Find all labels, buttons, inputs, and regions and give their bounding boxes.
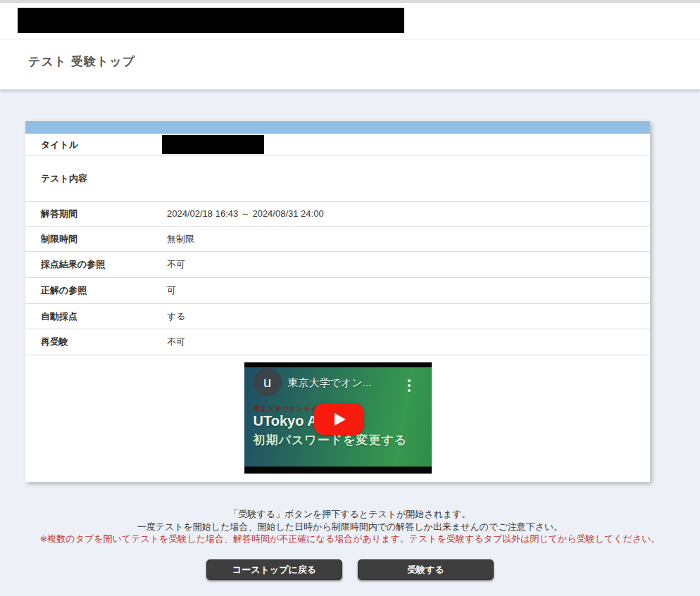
row-label: 制限時間 [25, 233, 167, 246]
table-row-answers-reference: 正解の参照 可 [25, 278, 650, 304]
table-row-auto-grading: 自動採点 する [25, 304, 650, 329]
row-value: 無制限 [167, 233, 650, 246]
redacted-test-title [162, 135, 264, 154]
row-value [167, 135, 650, 154]
back-to-course-top-button[interactable]: コーストップに戻る [206, 559, 342, 580]
table-row-test-content: テスト内容 [25, 156, 650, 202]
table-row-time-limit: 制限時間 無制限 [25, 227, 650, 252]
header-divider [0, 39, 700, 39]
test-info-card: タイトル テスト内容 解答期間 2024/02/18 16:43 ～ 2024/… [25, 121, 650, 482]
row-label: 自動採点 [25, 310, 167, 323]
note-line-1: 「受験する」ボタンを押下するとテストが開始されます。 [0, 508, 700, 521]
table-header-bar [25, 121, 650, 134]
channel-avatar[interactable]: u [254, 368, 282, 396]
video-letterbox-top [244, 362, 432, 367]
row-value: 不可 [167, 336, 650, 348]
row-label: タイトル [25, 139, 167, 151]
table-row-retake: 再受験 不可 [25, 329, 650, 355]
instruction-notes: 「受験する」ボタンを押下するとテストが開始されます。 一度テストを開始した場合、… [0, 508, 700, 545]
action-button-row: コーストップに戻る 受験する [0, 559, 700, 580]
kebab-menu-icon[interactable] [408, 379, 411, 392]
row-value: する [167, 310, 650, 323]
row-value: 2024/02/18 16:43 ～ 2024/08/31 24:00 [167, 208, 650, 220]
page-header: テスト 受験トップ [0, 3, 700, 90]
channel-avatar-letter: u [263, 374, 271, 391]
video-section: 東京大学でオンライン授... UTokyo A 初期パスワードを変更する u 東… [25, 355, 650, 482]
note-line-2: 一度テストを開始した場合、開始した日時から制限時間内での解答しか出来ませんのでご… [0, 521, 700, 533]
row-label: テスト内容 [25, 172, 167, 185]
warning-note: ※複数のタブを開いてテストを受験した場合、解答時間が不正確になる場合があります。… [0, 533, 700, 545]
table-row-answer-period: 解答期間 2024/02/18 16:43 ～ 2024/08/31 24:00 [25, 202, 650, 227]
youtube-play-icon[interactable] [314, 403, 363, 435]
thumbnail-heading: UTokyo A [254, 413, 318, 429]
row-label: 再受験 [25, 336, 167, 348]
take-test-button[interactable]: 受験する [358, 559, 494, 580]
row-label: 解答期間 [25, 208, 167, 220]
table-row-score-reference: 採点結果の参照 不可 [25, 252, 650, 278]
video-letterbox-bottom [244, 467, 432, 474]
play-triangle-icon [335, 413, 346, 426]
youtube-video-embed[interactable]: 東京大学でオンライン授... UTokyo A 初期パスワードを変更する u 東… [244, 362, 432, 474]
page-title: テスト 受験トップ [28, 53, 135, 70]
row-label: 正解の参照 [25, 284, 167, 297]
table-row-title: タイトル [25, 134, 650, 156]
video-title[interactable]: 東京大学でオン... [288, 376, 372, 390]
row-value: 可 [167, 284, 650, 297]
row-value: 不可 [167, 258, 650, 271]
redacted-course-name [18, 8, 404, 33]
row-label: 採点結果の参照 [25, 258, 167, 271]
test-exam-top-page: テスト 受験トップ タイトル テスト内容 解答期間 2024/02/18 16:… [0, 0, 700, 596]
